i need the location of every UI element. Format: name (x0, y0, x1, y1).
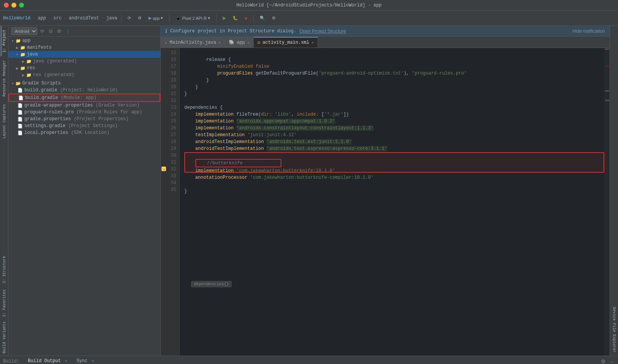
hide-notification-button[interactable]: Hide notification (573, 29, 605, 34)
tree-item-gradle-wrapper[interactable]: 📄 gradle-wrapper.properties (Gradle Vers… (8, 102, 160, 109)
window-title: HelloWorld [~/AndroidStudioProjects/Hell… (236, 3, 382, 8)
tab-build-variants[interactable]: Build Variants (1, 319, 7, 356)
tree-item-proguard[interactable]: 📄 proguard-rules.pro (ProGuard Rules for… (8, 109, 160, 116)
tab-structure[interactable]: 2: Structure (1, 252, 7, 287)
tree-item-res-gen[interactable]: ▶ 📁 res (generated) (8, 72, 160, 78)
code-line-33 (184, 182, 187, 187)
device-button[interactable]: 📱 Pixel 2 API R ▾ (173, 14, 212, 22)
bottom-tab-sync[interactable]: Sync ✕ (73, 357, 98, 364)
toolbar-java-label[interactable]: java (106, 16, 117, 21)
minimize-panel-btn[interactable]: – (609, 358, 615, 364)
line-num-23: 23 (161, 104, 176, 111)
folded-indicator[interactable]: dependencies{} (191, 281, 232, 287)
tree-label-build-gradle-project: build.gradle (Project: HelloWorld) (24, 87, 118, 93)
debug-button[interactable]: 🐛 (230, 14, 240, 22)
close-button[interactable] (4, 3, 9, 8)
tree-label-gradle-properties: gradle.properties (Project Properties) (24, 116, 129, 122)
tab-app-gradle[interactable]: 🐘 app ✕ (225, 37, 254, 48)
tree-label-local-properties: local.properties (SDK Location) (24, 130, 109, 135)
tree-item-gradle-scripts[interactable]: ▾ 📂 Gradle Scripts (8, 80, 160, 87)
settings-panel-btn[interactable]: ⚙ (599, 358, 607, 364)
line-num-25: 25 (161, 118, 176, 125)
tab-mainactivity-label: MainActivity.java (169, 40, 216, 45)
more-options-btn[interactable]: ⋮ (64, 28, 72, 35)
maximize-button[interactable] (19, 3, 24, 8)
toolbar-project-label: HelloWorld (3, 16, 30, 21)
bottom-tab-build-output[interactable]: Build Output ✕ (24, 357, 71, 364)
build-output-close[interactable]: ✕ (65, 359, 67, 363)
tree-item-res[interactable]: ▶ 📁 res (8, 65, 160, 72)
search-toolbar-button[interactable]: 🔍 (257, 14, 267, 22)
bulb-icon-32[interactable]: 💡 (161, 167, 166, 171)
tab-mainactivity[interactable]: ☕ MainActivity.java ✕ (161, 37, 225, 48)
line-num-22: 22 (161, 97, 176, 104)
run-config-button[interactable]: ▶ app ▾ (146, 14, 165, 22)
code-line-24: implementation 'androidx.appcompat:appco… (184, 119, 335, 124)
stripe-marker-2 (605, 65, 609, 67)
tree-label-res-gen: res (generated) (33, 72, 74, 78)
tab-app-close[interactable]: ✕ (247, 40, 249, 45)
tree-item-java-gen[interactable]: ▶ 📁 java (generated) (8, 58, 160, 65)
line-num-21: 21 (161, 91, 176, 97)
project-tree: ▾ 📁 app ▶ 📁 manifests ▾ 📁 java ▶ (8, 37, 160, 356)
line-num-17: 17 (161, 63, 176, 70)
code-line-35 (184, 196, 187, 201)
sync-project-btn[interactable]: ⟳ (39, 28, 46, 35)
tree-item-build-gradle-app[interactable]: 📄 build.gradle (Module: app) (8, 94, 160, 102)
tree-item-app[interactable]: ▾ 📁 app (8, 37, 160, 44)
code-line-15: release { (184, 57, 231, 62)
expand-arrow-gradle: ▾ (11, 81, 14, 86)
tab-device-file-explorer[interactable]: Device File Explorer (611, 304, 617, 356)
tree-item-settings-gradle[interactable]: 📄 settings.gradle (Project Settings) (8, 122, 160, 129)
code-line-31: implementation 'com.jakewharton:butterkn… (184, 168, 335, 173)
toolbar-androidtest-label[interactable]: androidTest (69, 16, 99, 21)
settings-button[interactable]: ⚙ (136, 14, 144, 22)
sync-close[interactable]: ✕ (92, 359, 94, 363)
line-num-19: 19 (161, 77, 176, 84)
project-settings-btn[interactable]: ⚙ (56, 28, 63, 35)
tab-app-label: app (237, 40, 245, 45)
toolbar-src-label[interactable]: src (53, 16, 62, 21)
tab-favorites[interactable]: 2: Favorites (1, 287, 7, 319)
folder-icon-res: 📁 (20, 66, 26, 71)
code-line-25: implementation 'androidx.constraintlayou… (184, 126, 374, 131)
tab-xml-label: activity_main.xml (263, 40, 309, 45)
code-line-23: implementation fileTree(dir: 'libs', inc… (184, 112, 349, 117)
code-content[interactable]: release { minifyEnabled false proguardFi… (180, 48, 604, 356)
tab-layout-captures[interactable]: Layout Captures (1, 100, 7, 142)
sync-label: Sync (77, 358, 88, 364)
tree-label-proguard: proguard-rules.pro (ProGuard Rules for a… (24, 110, 142, 115)
toolbar-app-label[interactable]: app (38, 16, 46, 21)
minimize-button[interactable] (11, 3, 16, 8)
tab-mainactivity-close[interactable]: ✕ (219, 40, 221, 45)
tab-xml-close[interactable]: ✕ (311, 40, 314, 45)
project-view-dropdown[interactable]: Android Project (11, 27, 37, 35)
code-line-17: proguardFiles getDefaultProguardFile('pr… (184, 71, 467, 76)
tree-item-local-properties[interactable]: 📄 local.properties (SDK Location) (8, 129, 160, 136)
tree-item-gradle-properties[interactable]: 📄 gradle.properties (Project Properties) (8, 116, 160, 122)
run-button[interactable]: ▶ (220, 14, 228, 22)
tree-label-manifests: manifests (27, 45, 52, 50)
left-tabs-panel: 1: Project Resource Manager Layout Captu… (0, 26, 8, 356)
tree-item-manifests[interactable]: ▶ 📁 manifests (8, 44, 160, 51)
code-line-26: testImplementation 'junit:junit:4.12' (184, 132, 297, 138)
collapse-all-btn[interactable]: ⊟ (47, 28, 54, 35)
toolbar-div1 (121, 14, 121, 22)
tree-item-build-gradle-project[interactable]: 📄 build.gradle (Project: HelloWorld) (8, 87, 160, 94)
run-config-arrow: ▾ (161, 16, 163, 21)
toolbar-separator3: › (64, 16, 67, 21)
toolbar-div2 (169, 14, 169, 22)
tab-project[interactable]: 1: Project (1, 26, 7, 56)
code-editor[interactable]: 15 16 17 18 19 20 21 22 23 24 25 26 27 2… (161, 48, 610, 356)
open-project-structure-button[interactable]: Open Project Structure (299, 29, 346, 34)
stop-button[interactable]: ■ (243, 14, 250, 22)
toolbar-separator1: › (33, 16, 35, 21)
expand-arrow-java-gen: ▶ (22, 59, 25, 64)
tab-activity-xml[interactable]: ⊞ activity_main.xml ✕ (254, 37, 318, 48)
tree-item-java[interactable]: ▾ 📁 java (8, 51, 160, 58)
tab-resource-manager[interactable]: Resource Manager (1, 56, 7, 100)
tree-label-settings-gradle: settings.gradle (Project Settings) (24, 123, 118, 129)
bottom-tabs-container: Build: Build Output ✕ Sync ✕ ⚙ – (0, 356, 618, 364)
sync-button[interactable]: ⟳ (125, 14, 133, 22)
terminal-toolbar-button[interactable]: ⚙ (270, 14, 278, 22)
